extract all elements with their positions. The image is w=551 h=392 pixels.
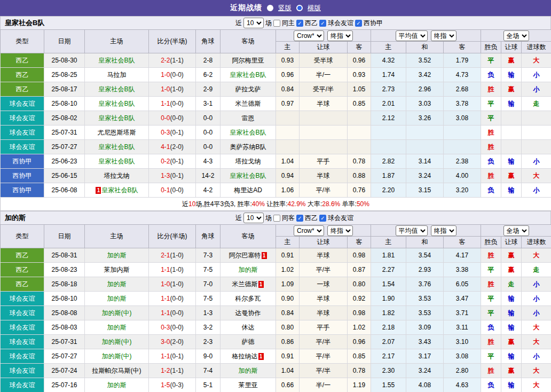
- same-venue-label[interactable]: 同客: [282, 214, 295, 223]
- home-team-name[interactable]: 加的斯: [107, 252, 127, 259]
- home-team-name[interactable]: 皇家社会B队: [98, 114, 135, 122]
- team-link[interactable]: 雷恩: [242, 114, 255, 122]
- team-link[interactable]: 加的斯(中): [102, 309, 132, 317]
- team-link[interactable]: 加的斯: [239, 367, 258, 374]
- away-team-name[interactable]: 达曼协作: [235, 309, 261, 317]
- table1-league-checkbox-0[interactable]: ✓: [296, 20, 303, 27]
- table1-avg-time-select[interactable]: 终指: [431, 30, 456, 41]
- table1-avg-source-select[interactable]: 平均值: [396, 30, 428, 41]
- table1-league-checkbox-2[interactable]: ✓: [355, 20, 362, 27]
- home-team-name[interactable]: 塔拉戈纳: [104, 172, 130, 179]
- home-team-name[interactable]: 尤尼恩斯塔斯: [98, 129, 136, 136]
- home-team-name[interactable]: 皇家社会B队: [98, 143, 135, 151]
- team-link[interactable]: 尤尼恩斯塔斯: [98, 129, 136, 136]
- home-team-name[interactable]: 加的斯: [107, 324, 127, 331]
- table1-scope-select[interactable]: 全场: [503, 30, 529, 41]
- team-link[interactable]: 加的斯: [107, 295, 127, 302]
- team-link[interactable]: 萨拉戈萨: [235, 85, 261, 93]
- team-link[interactable]: 皇家社会B队: [98, 100, 135, 107]
- team-link[interactable]: 皇家社会B队: [98, 114, 135, 122]
- team-link[interactable]: 梅里达AD: [234, 186, 262, 194]
- table2-league-checkbox-1[interactable]: ✓: [319, 215, 326, 222]
- home-team-name[interactable]: 加的斯(中): [102, 309, 132, 317]
- league-filter-label[interactable]: 西乙: [305, 214, 318, 223]
- team-link[interactable]: 阿尔巴塞特: [229, 252, 261, 259]
- away-team-name[interactable]: 梅里达AD: [234, 186, 262, 194]
- team-link[interactable]: 皇家社会B队: [101, 186, 138, 194]
- home-team-name[interactable]: 皇家社会B队: [98, 158, 135, 165]
- home-team-name[interactable]: 马拉加: [107, 71, 127, 79]
- team-link[interactable]: 塔拉戈纳: [235, 158, 261, 165]
- team-link[interactable]: 米兰德斯: [232, 280, 258, 288]
- team-link[interactable]: 加的斯: [239, 266, 258, 273]
- away-team-name[interactable]: 加的斯: [239, 266, 258, 273]
- vertical-layout-label[interactable]: 竖版: [278, 4, 292, 13]
- home-team-name[interactable]: 皇家社会B队: [98, 57, 135, 64]
- team-link[interactable]: 皇家社会B队: [98, 85, 135, 93]
- home-team-name[interactable]: 加的斯: [107, 295, 127, 302]
- away-team-name[interactable]: 休达: [242, 324, 255, 331]
- team-link[interactable]: 加的斯: [107, 324, 127, 331]
- team-link[interactable]: 拉斯帕尔马斯(中): [92, 367, 141, 374]
- home-team-name[interactable]: 莱加内斯: [104, 266, 130, 273]
- away-team-name[interactable]: 塔拉戈纳: [235, 158, 261, 165]
- team-link[interactable]: 加的斯: [107, 252, 127, 259]
- home-team-name[interactable]: 加的斯(中): [102, 338, 132, 346]
- team-link[interactable]: 米兰德斯: [235, 100, 261, 107]
- team-link[interactable]: 加的斯(中): [102, 338, 132, 346]
- home-team-name[interactable]: 1皇家社会B队: [95, 186, 138, 194]
- table2-scope-select[interactable]: 全场: [503, 225, 529, 236]
- team-link[interactable]: 萨德: [242, 338, 255, 346]
- team-link[interactable]: 加的斯: [107, 381, 127, 389]
- table1-league-checkbox-1[interactable]: ✓: [319, 20, 326, 27]
- horizontal-layout-radio[interactable]: [296, 5, 303, 11]
- table2-league-checkbox-0[interactable]: ✓: [296, 215, 303, 222]
- team-link[interactable]: 皇家社会B队: [230, 71, 266, 79]
- team-link[interactable]: 皇家社会B队: [230, 129, 266, 136]
- away-team-name[interactable]: 雷恩: [242, 114, 255, 122]
- table2-avg-time-select[interactable]: 终指: [431, 225, 456, 236]
- table2-odds-time-select[interactable]: 终指: [327, 225, 353, 236]
- away-team-name[interactable]: 皇家社会B队: [230, 129, 266, 136]
- away-team-name[interactable]: 阿尔梅里亚: [232, 57, 264, 64]
- table1-recent-count-select[interactable]: 10: [243, 18, 264, 28]
- league-filter-label[interactable]: 球会友谊: [328, 214, 353, 223]
- team-link[interactable]: 皇家社会B队: [98, 57, 135, 64]
- away-team-name[interactable]: 奥萨苏纳B队: [230, 143, 266, 151]
- home-team-name[interactable]: 皇家社会B队: [98, 100, 135, 107]
- team-link[interactable]: 皇家社会B队: [98, 158, 135, 165]
- team-link[interactable]: 奥萨苏纳B队: [230, 143, 266, 151]
- away-team-name[interactable]: 莱里亚: [239, 381, 258, 389]
- home-team-name[interactable]: 加的斯: [107, 381, 127, 389]
- team-link[interactable]: 科尔多瓦: [235, 295, 261, 302]
- home-team-name[interactable]: 加的斯(中): [102, 352, 132, 360]
- horizontal-layout-label[interactable]: 横版: [308, 4, 321, 13]
- table2-odds-source-select[interactable]: Crow*: [294, 225, 324, 236]
- league-filter-label[interactable]: 西乙: [305, 19, 318, 28]
- home-team-name[interactable]: 加的斯: [107, 280, 127, 288]
- team-link[interactable]: 皇家社会B队: [98, 143, 135, 151]
- vertical-layout-radio[interactable]: [267, 5, 273, 11]
- table1-odds-source-select[interactable]: Crow*: [294, 30, 324, 41]
- same-venue-label[interactable]: 同主: [282, 19, 295, 28]
- home-team-name[interactable]: 拉斯帕尔马斯(中): [92, 367, 141, 374]
- team-link[interactable]: 达曼协作: [235, 309, 261, 317]
- away-team-name[interactable]: 科尔多瓦: [235, 295, 261, 302]
- table1-odds-time-select[interactable]: 终指: [327, 30, 353, 41]
- table1-same-venue-checkbox[interactable]: [273, 20, 280, 27]
- away-team-name[interactable]: 皇家社会B队: [230, 172, 266, 179]
- team-link[interactable]: 阿尔梅里亚: [232, 57, 264, 64]
- table2-avg-source-select[interactable]: 平均值: [396, 225, 428, 236]
- league-filter-label[interactable]: 球会友谊: [328, 19, 353, 28]
- away-team-name[interactable]: 萨德: [242, 338, 255, 346]
- league-filter-label[interactable]: 西协甲: [364, 19, 383, 28]
- table2-recent-count-select[interactable]: 10: [243, 213, 264, 223]
- away-team-name[interactable]: 米兰德斯: [235, 100, 261, 107]
- team-link[interactable]: 格拉纳达: [232, 352, 258, 360]
- team-link[interactable]: 塔拉戈纳: [104, 172, 130, 179]
- home-team-name[interactable]: 皇家社会B队: [98, 85, 135, 93]
- team-link[interactable]: 马拉加: [107, 71, 127, 79]
- away-team-name[interactable]: 萨拉戈萨: [235, 85, 261, 93]
- away-team-name[interactable]: 加的斯: [239, 367, 258, 374]
- table2-same-venue-checkbox[interactable]: [273, 215, 280, 222]
